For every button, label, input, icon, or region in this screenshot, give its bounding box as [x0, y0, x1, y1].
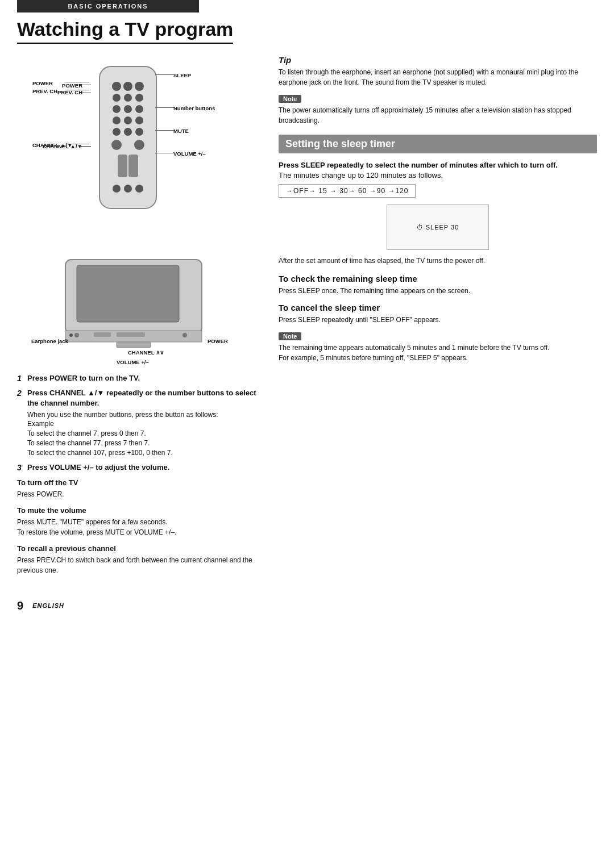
- step2-sub: When you use the number buttons, press t…: [27, 410, 262, 458]
- svg-rect-18: [118, 155, 127, 177]
- check-sleep-section: To check the remaining sleep time Press …: [279, 274, 597, 296]
- svg-point-27: [74, 333, 79, 337]
- remote-diagram: POWER PREV. CH CHANNEL ▲/▼ POWER PREV. C…: [17, 55, 262, 248]
- svg-point-17: [134, 140, 144, 150]
- sleep-timer-heading: Setting the sleep timer: [279, 135, 597, 153]
- right-column: Tip To listen through the earphone, inse…: [279, 55, 597, 582]
- svg-point-11: [124, 116, 132, 124]
- svg-rect-24: [77, 265, 179, 322]
- svg-point-13: [113, 128, 121, 136]
- note2-label: Note: [279, 332, 301, 340]
- number-buttons-label: Number buttons: [173, 105, 215, 111]
- sleep-display-box: ⏱ SLEEP 30: [387, 205, 489, 250]
- note2-text: The remaining time appears automatically…: [279, 343, 597, 363]
- svg-point-10: [113, 116, 121, 124]
- check-sleep-text: Press SLEEP once. The remaining time app…: [279, 286, 597, 296]
- svg-rect-19: [128, 155, 138, 177]
- step-2: 2 Press CHANNEL ▲/▼ repeatedly or the nu…: [17, 388, 262, 457]
- tv-diagram: Earphone jack CHANNEL ∧∨ POWER VOLUME +/…: [17, 254, 262, 368]
- note2-box: Note The remaining time appears automati…: [279, 332, 597, 363]
- tv-channel-label: CHANNEL ∧∨: [128, 349, 164, 356]
- svg-rect-26: [117, 342, 151, 348]
- after-sleep-text: After the set amount of time has elapsed…: [279, 256, 597, 266]
- svg-point-9: [135, 105, 143, 113]
- mute-title: To mute the volume: [17, 506, 262, 515]
- left-column: POWER PREV. CH CHANNEL ▲/▼ POWER PREV. C…: [17, 55, 262, 582]
- svg-point-20: [113, 185, 121, 193]
- power-label-text: POWER: [32, 80, 53, 86]
- note1-label: Note: [279, 95, 301, 103]
- sleep-display-text: ⏱ SLEEP 30: [417, 224, 459, 231]
- svg-point-2: [123, 82, 132, 91]
- svg-point-31: [69, 333, 73, 337]
- turn-off-title: To turn off the TV: [17, 478, 262, 487]
- tv-power-label: POWER: [208, 338, 228, 344]
- note1-text: The power automatically turns off approx…: [279, 105, 597, 126]
- svg-point-8: [124, 105, 132, 113]
- check-sleep-title: To check the remaining sleep time: [279, 274, 597, 283]
- page-footer: 9 ENGLISH: [0, 594, 614, 618]
- sleep-desc-sub: The minutes change up to 120 minutes as …: [279, 171, 443, 180]
- svg-point-16: [111, 140, 122, 150]
- svg-point-4: [113, 94, 121, 102]
- svg-point-6: [135, 94, 143, 102]
- note1-box: Note The power automatically turns off a…: [279, 94, 597, 126]
- sleep-desc: Press SLEEP repeatedly to select the num…: [279, 160, 597, 181]
- svg-rect-29: [117, 332, 145, 337]
- sleep-desc-bold: Press SLEEP repeatedly to select the num…: [279, 161, 558, 169]
- turn-off-text: Press POWER.: [17, 489, 262, 499]
- cancel-sleep-section: To cancel the sleep timer Press SLEEP re…: [279, 303, 597, 325]
- turn-off-section: To turn off the TV Press POWER.: [17, 478, 262, 499]
- step-3: 3 Press VOLUME +/– to adjust the volume.: [17, 462, 262, 473]
- prev-channel-section: To recall a previous channel Press PREV.…: [17, 544, 262, 575]
- cancel-sleep-text: Press SLEEP repeatedly until "SLEEP OFF"…: [279, 315, 597, 325]
- svg-point-14: [124, 128, 132, 136]
- sleep-label: SLEEP: [173, 72, 191, 78]
- tip-title: Tip: [279, 55, 597, 65]
- earphone-jack-label: Earphone jack: [31, 338, 68, 344]
- instructions: 1 Press POWER to turn on the TV. 2 Press…: [17, 373, 262, 473]
- sleep-flow: →OFF→ 15 → 30→ 60 →90 →120: [279, 184, 416, 198]
- step2-bold: Press CHANNEL ▲/▼ repeatedly or the numb…: [27, 389, 256, 407]
- tv-svg: [60, 254, 208, 350]
- mute-section: To mute the volume Press MUTE. "MUTE" ap…: [17, 506, 262, 537]
- svg-point-30: [182, 333, 187, 337]
- volume-label: VOLUME +/–: [173, 151, 206, 157]
- svg-point-7: [113, 105, 121, 113]
- mute-text: Press MUTE. "MUTE" apperes for a few sec…: [17, 517, 262, 537]
- page-language: ENGLISH: [32, 602, 64, 609]
- mute-label: MUTE: [173, 128, 189, 134]
- svg-point-12: [135, 116, 143, 124]
- prev-channel-title: To recall a previous channel: [17, 544, 262, 553]
- step-1: 1 Press POWER to turn on the TV.: [17, 373, 262, 383]
- section-header: Basic Operations: [17, 0, 199, 12]
- svg-point-5: [124, 94, 132, 102]
- svg-point-21: [124, 185, 132, 193]
- svg-point-3: [135, 82, 144, 91]
- channel-label-text: CHANNEL ▲/▼: [32, 142, 72, 148]
- bottom-sections: To turn off the TV Press POWER. To mute …: [17, 478, 262, 575]
- svg-point-15: [135, 128, 143, 136]
- svg-rect-28: [94, 332, 111, 337]
- tip-box: Tip To listen through the earphone, inse…: [279, 55, 597, 87]
- svg-point-22: [135, 185, 143, 193]
- step3-bold: Press VOLUME +/– to adjust the volume.: [27, 463, 169, 471]
- page-title: Watching a TV program: [17, 18, 233, 44]
- tv-volume-label: VOLUME +/–: [117, 359, 149, 365]
- tip-text: To listen through the earphone, insert a…: [279, 67, 597, 87]
- page-number: 9: [17, 599, 23, 612]
- prev-ch-label-text: PREV. CH: [32, 88, 57, 94]
- cancel-sleep-title: To cancel the sleep timer: [279, 303, 597, 312]
- remote-svg: [88, 61, 168, 220]
- svg-point-1: [112, 82, 121, 91]
- prev-channel-text: Press PREV.CH to switch back and forth b…: [17, 555, 262, 575]
